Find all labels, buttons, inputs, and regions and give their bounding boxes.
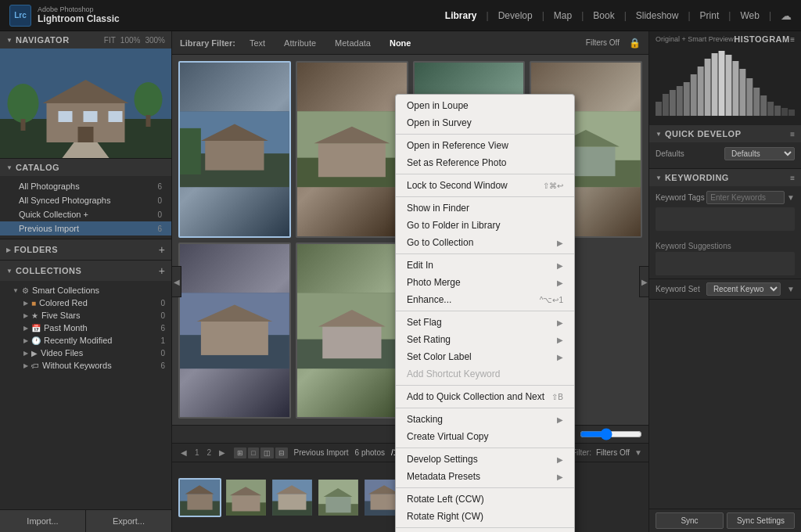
collection-past-month[interactable]: ▶ 📅 Past Month 6	[0, 322, 171, 334]
ctx-open-loupe[interactable]: Open in Loupe	[396, 97, 574, 114]
video-files-icon: ▶	[31, 349, 38, 358]
app-logo: Lrc Adobe Photoshop Lightroom Classic	[9, 5, 120, 27]
svg-rect-77	[670, 90, 676, 116]
catalog-quick-collection[interactable]: Quick Collection + 0	[0, 207, 171, 221]
ctx-edit-in[interactable]: Edit In ▶	[396, 257, 574, 274]
svg-rect-90	[760, 95, 767, 116]
svg-point-11	[135, 82, 163, 117]
cloud-icon[interactable]: ☁	[781, 9, 792, 22]
ctx-photo-merge[interactable]: Photo Merge ▶	[396, 274, 574, 291]
ctx-stacking[interactable]: Stacking ▶	[396, 411, 574, 428]
qd-preset-select[interactable]: Defaults Auto Custom	[724, 147, 795, 160]
ctx-rotate-right[interactable]: Rotate Right (CW)	[396, 508, 574, 525]
collection-without-keywords[interactable]: ▶ 🏷 Without Keywords 6	[0, 359, 171, 372]
collection-video-files[interactable]: ▶ ▶ Video Files 0	[0, 347, 171, 359]
import-button[interactable]: Import...	[0, 510, 86, 532]
kw-set-select[interactable]: Recent Keywords Outdoor Photography Port…	[706, 282, 781, 296]
kw-set-label: Keyword Set	[656, 285, 700, 293]
qd-menu-icon[interactable]: ≡	[790, 130, 795, 138]
ctx-virtual-copy[interactable]: Create Virtual Copy	[396, 428, 574, 445]
right-panel: Original + Smart Preview Histogram ≡	[648, 31, 801, 532]
ctx-develop-settings[interactable]: Develop Settings ▶	[396, 451, 574, 468]
histogram-canvas	[656, 47, 795, 116]
ctx-set-flag[interactable]: Set Flag ▶	[396, 314, 574, 331]
kw-triangle: ▼	[656, 174, 662, 182]
catalog-synced[interactable]: All Synced Photographs 0	[0, 193, 171, 207]
ctx-sep-2	[396, 174, 574, 174]
nav-develop[interactable]: Develop	[492, 7, 539, 24]
nav-print[interactable]: Print	[694, 7, 726, 24]
nav-book[interactable]: Book	[587, 7, 620, 24]
ctx-open-reference[interactable]: Open in Reference View	[396, 137, 574, 154]
ctx-go-folder[interactable]: Go to Folder in Library	[396, 217, 574, 234]
collections-header[interactable]: ▼ Collections +	[0, 261, 171, 281]
navigator-header[interactable]: ▼ Navigator FIT 100% 300%	[0, 31, 171, 49]
folders-add-button[interactable]: +	[159, 243, 165, 256]
smart-collections-group[interactable]: ▼ ⚙ Smart Collections	[0, 284, 171, 297]
histogram-header: Original + Smart Preview Histogram ≡	[656, 34, 795, 44]
svg-rect-84	[719, 51, 725, 116]
export-button[interactable]: Export...	[86, 510, 171, 532]
context-menu: Open in Loupe Open in Survey Open in Ref…	[395, 94, 575, 532]
sync-button[interactable]: Sync	[656, 512, 724, 529]
histogram-area: Original + Smart Preview Histogram ≡	[649, 31, 801, 125]
nav-300[interactable]: 300%	[145, 36, 165, 45]
collection-tree: ▼ ⚙ Smart Collections ▶ ■ Colored Red 0 …	[0, 281, 171, 375]
nav-fit[interactable]: FIT	[104, 36, 116, 45]
keyword-tags-input[interactable]	[706, 191, 785, 204]
quick-develop-header[interactable]: ▼ Quick Develop ≡	[649, 125, 801, 142]
nav-web[interactable]: Web	[734, 7, 765, 24]
ctx-sep-6	[396, 385, 574, 386]
nav-map[interactable]: Map	[548, 7, 578, 24]
ctx-add-quick[interactable]: Add to Quick Collection and Next ⇧B	[396, 388, 574, 405]
kw-tags-label: Keyword Tags	[656, 193, 705, 202]
ctx-rotate-left[interactable]: Rotate Left (CCW)	[396, 491, 574, 508]
histogram-menu-icon[interactable]: ≡	[790, 35, 795, 44]
collections-title: Collections	[16, 266, 81, 275]
collections-add-button[interactable]: +	[159, 264, 165, 277]
ctx-rating-arrow: ▶	[557, 336, 563, 344]
navigator-title: Navigator	[16, 35, 70, 45]
quick-develop-section: ▼ Quick Develop ≡ Defaults Defaults Auto…	[649, 125, 801, 169]
collection-colored-red[interactable]: ▶ ■ Colored Red 0	[0, 297, 171, 309]
keyword-tags-area	[656, 207, 795, 231]
kw-menu-icon[interactable]: ≡	[790, 174, 795, 182]
ctx-open-survey[interactable]: Open in Survey	[396, 114, 574, 131]
ctx-set-reference[interactable]: Set as Reference Photo	[396, 154, 574, 171]
ctx-enhance[interactable]: Enhance... ^⌥↩1	[396, 291, 574, 308]
collection-recently-modified[interactable]: ▶ 🕐 Recently Modified 1	[0, 334, 171, 347]
ctx-go-collection[interactable]: Go to Collection ▶	[396, 234, 574, 251]
five-stars-icon: ★	[31, 311, 38, 320]
kw-tags-arrow[interactable]: ▼	[787, 193, 795, 202]
nav-preview	[0, 49, 171, 158]
app-name: Lightroom Classic	[38, 13, 120, 24]
nav-slideshow[interactable]: Slideshow	[630, 7, 685, 24]
catalog-previous-import[interactable]: Previous Import 6	[0, 221, 171, 235]
ctx-set-rating[interactable]: Set Rating ▶	[396, 331, 574, 348]
navigator-triangle: ▼	[6, 37, 13, 44]
ctx-lock-second[interactable]: Lock to Second Window ⇧⌘↩	[396, 177, 574, 194]
svg-rect-79	[684, 82, 690, 116]
collections-triangle: ▼	[6, 268, 13, 275]
ctx-edit-arrow: ▶	[557, 261, 563, 270]
ctx-set-color[interactable]: Set Color Label ▶	[396, 348, 574, 365]
ctx-merge-arrow: ▶	[557, 279, 563, 287]
kw-sugg-content	[656, 252, 795, 275]
sync-settings-button[interactable]: Sync Settings	[727, 512, 795, 529]
catalog-triangle: ▼	[6, 164, 13, 171]
collection-five-stars[interactable]: ▶ ★ Five Stars 0	[0, 309, 171, 322]
colored-red-arrow: ▶	[23, 300, 28, 307]
ctx-sep-7	[396, 408, 574, 408]
nav-library[interactable]: Library	[439, 7, 483, 24]
ctx-show-finder[interactable]: Show in Finder	[396, 200, 574, 217]
kw-set-arrow[interactable]: ▼	[787, 285, 795, 293]
kw-suggestions-area: Keyword Suggestions	[649, 239, 801, 279]
catalog-header[interactable]: ▼ Catalog	[0, 159, 171, 176]
histogram-title: Histogram	[734, 34, 790, 44]
folders-header[interactable]: ▶ Folders +	[0, 239, 171, 260]
catalog-all-photos[interactable]: All Photographs 6	[0, 179, 171, 193]
ctx-metadata-presets[interactable]: Metadata Presets ▶	[396, 468, 574, 485]
keywording-header[interactable]: ▼ Keywording ≡	[649, 169, 801, 186]
nav-100[interactable]: 100%	[120, 36, 141, 45]
qd-preset-row: Defaults Defaults Auto Custom	[656, 147, 795, 160]
